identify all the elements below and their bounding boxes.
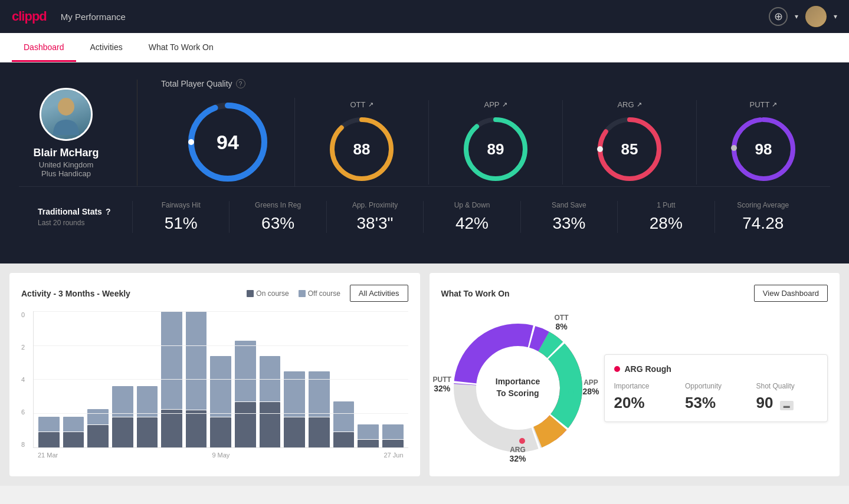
bar-group-5 [161,311,182,447]
info-stat-importance: Importance 20% [614,382,676,412]
y-label-1: 6 [21,409,28,416]
bar-on-4 [137,417,158,447]
hero-top: Blair McHarg United Kingdom Plus Handica… [19,79,830,186]
info-stat-shot-quality: Shot Quality 90 ▬ [756,382,818,412]
main-score-value: 94 [217,131,239,154]
stat-fairways-hit-label: Fairways Hit [140,201,222,209]
quality-label: Total Player Quality ? [161,79,830,88]
stat-greens-in-reg: Greens In Reg 63% [229,201,326,233]
score-ott: OTT ↗ 88 [295,100,429,185]
player-info: Blair McHarg United Kingdom Plus Handica… [19,88,113,178]
activity-panel: Activity - 3 Months - Weekly On course O… [9,273,420,476]
arg-label: ARG ↗ [617,100,641,109]
legend-on-course-label: On course [256,289,289,298]
stat-1-putt-value: 28% [625,214,707,233]
player-handicap: Plus Handicap [41,169,91,178]
bar-on-0 [38,432,60,447]
putt-label-text: PUTT [750,100,770,109]
app-circle: 89 [460,114,531,185]
bottom-panels: Activity - 3 Months - Weekly On course O… [0,263,849,486]
avatar[interactable] [805,6,827,27]
y-label-2: 4 [21,376,28,383]
stat-scoring-average-label: Scoring Average [722,201,804,209]
bar-group-12 [333,311,355,447]
player-name: Blair McHarg [33,147,99,159]
bar-group-1 [63,311,84,447]
ott-label: OTT ↗ [350,100,373,109]
bar-off-14 [382,424,404,440]
add-chevron-icon: ▾ [795,12,798,21]
stat-greens-in-reg-label: Greens In Reg [237,201,319,209]
app-donut-label: APP28% [582,378,599,396]
bar-group-7 [210,311,231,447]
score-arg: ARG ↗ 85 [563,100,697,185]
bar-group-10 [284,311,305,447]
ott-arrow-icon: ↗ [368,101,373,108]
app-arrow-icon: ↗ [502,101,507,108]
tab-dashboard[interactable]: Dashboard [12,33,76,62]
info-stat-opportunity-label: Opportunity [685,382,747,390]
add-icon: ⊕ [774,10,783,23]
legend-on-course: On course [247,289,289,298]
logo-text: clippd [12,9,47,24]
bar-on-5 [161,410,182,447]
info-stat-shot-quality-value: 90 ▬ [756,394,818,412]
legend-off-course: Off course [299,289,340,298]
y-label-4: 0 [21,311,28,318]
x-label-27-jun: 27 Jun [383,452,403,459]
putt-score-value: 98 [755,140,772,158]
bar-off-11 [309,371,330,417]
bar-on-12 [333,432,355,447]
bar-on-14 [382,440,404,447]
what-to-work-on-panel: What To Work On View Dashboard [430,273,840,476]
activity-chart-area: 8 6 4 2 0 21 Mar 9 May 27 Jun [21,311,408,459]
scores-row: 94 OTT ↗ 88 [161,98,830,186]
help-icon[interactable]: ? [236,79,245,88]
top-nav: clippd My Performance ⊕ ▾ ▾ [0,0,849,33]
stat-scoring-average: Scoring Average 74.28 [714,201,811,233]
stat-app-proximity: App. Proximity 38'3" [326,201,423,233]
svg-point-22 [568,389,574,395]
putt-label: PUTT ↗ [750,100,778,109]
hero-section: Blair McHarg United Kingdom Plus Handica… [0,62,849,263]
stat-sand-save-label: Sand Save [528,201,610,209]
bar-off-9 [260,356,281,401]
view-dashboard-button[interactable]: View Dashboard [754,285,828,302]
stat-app-proximity-value: 38'3" [334,214,416,233]
add-button[interactable]: ⊕ [769,7,788,26]
putt-donut-label: PUTT32% [433,375,451,393]
bar-on-8 [235,402,256,447]
trad-stats-subtitle: Last 20 rounds [38,219,132,227]
stat-sand-save-value: 33% [528,214,610,233]
tab-what-to-work-on[interactable]: What To Work On [137,33,225,62]
chart-grid: 8 6 4 2 0 [21,311,408,448]
what-to-work-on-header: What To Work On View Dashboard [441,285,828,302]
quality-label-text: Total Player Quality [161,79,232,88]
putt-circle: 98 [728,114,799,185]
bar-off-3 [112,386,133,416]
bar-on-1 [63,432,84,447]
bar-off-6 [186,311,207,410]
info-card-title-text: ARG Rough [625,364,671,374]
bar-off-4 [137,386,158,416]
stat-up-and-down: Up & Down 42% [423,201,520,233]
trad-help-icon[interactable]: ? [106,207,111,216]
bar-group-0 [38,311,60,447]
activity-chart-title: Activity - 3 Months - Weekly [21,289,130,298]
legend-on-course-dot [247,290,254,297]
donut-center-text: ImportanceTo Scoring [496,376,540,399]
player-country: United Kingdom [39,160,94,169]
stat-fairways-hit-value: 51% [140,214,222,233]
avatar-image [805,6,827,27]
bar-off-13 [358,424,379,440]
bar-group-11 [309,311,330,447]
arg-arrow-icon: ↗ [637,101,642,108]
quality-section: Total Player Quality ? 94 [161,79,830,186]
bar-on-9 [260,402,281,447]
info-card-stats: Importance 20% Opportunity 53% Shot Qual… [614,382,818,412]
all-activities-button[interactable]: All Activities [350,285,408,302]
legend-off-course-dot [299,290,306,297]
bar-off-10 [284,371,305,417]
y-axis: 8 6 4 2 0 [21,311,33,448]
tab-activities[interactable]: Activities [78,33,135,62]
